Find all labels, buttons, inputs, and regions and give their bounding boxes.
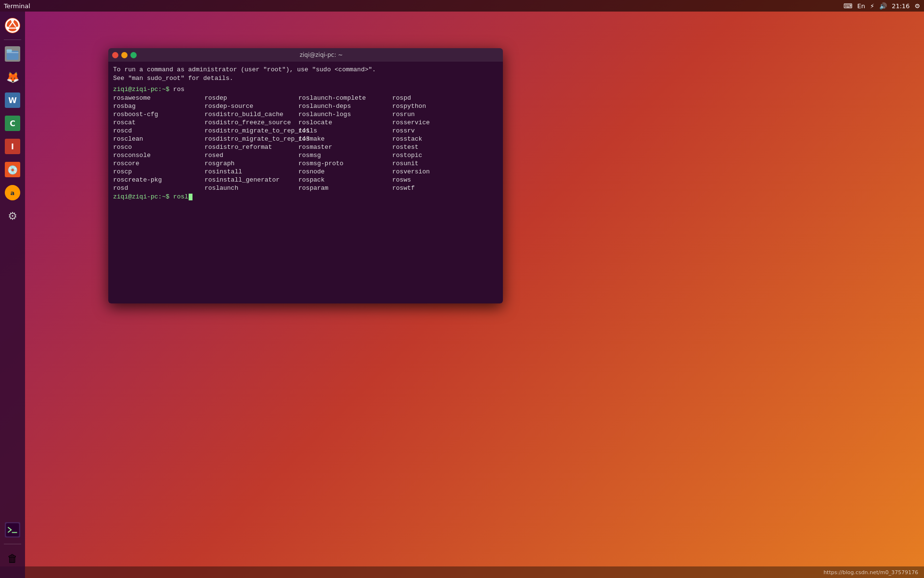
cmd-roscd: roscd	[113, 127, 205, 135]
cmd-rosinstall: rosinstall	[205, 168, 298, 176]
amazon-icon: a	[5, 185, 20, 200]
bottom-url: https://blog.csdn.net/m0_37579176	[823, 569, 918, 576]
cmd-rosmake: rosmake	[298, 135, 392, 143]
clock: 21:16	[892, 2, 910, 10]
sidebar-item-writer[interactable]: W	[2, 90, 23, 110]
cmd-rosdistro-freeze: rosdistro_freeze_source	[205, 118, 298, 127]
language-indicator[interactable]: En	[857, 2, 865, 10]
sidebar-divider-1	[4, 39, 21, 40]
writer-icon: W	[5, 92, 20, 108]
cmd-rosnode: rosnode	[298, 168, 392, 176]
taskbar-right: ⌨ En ⚡ 🔊 21:16 ⚙	[844, 2, 920, 10]
terminal-titlebar: ziqi@ziqi-pc: ~	[108, 48, 503, 62]
cmd-rostopic: rostopic	[392, 151, 484, 159]
impress-icon: I	[5, 139, 20, 154]
cmd-rosversion: rosversion	[392, 168, 484, 176]
cmd-rosdistro-143: rosdistro_migrate_to_rep_143	[205, 135, 298, 143]
prompt1-text: ziqi@ziqi-pc:~$	[113, 86, 169, 93]
terminal-body[interactable]: To run a command as administrator (user …	[108, 62, 503, 303]
bottom-bar: https://blog.csdn.net/m0_37579176	[0, 566, 924, 578]
cmd-rosconsole: rosconsole	[113, 151, 205, 159]
taskbar-top: Terminal ⌨ En ⚡ 🔊 21:16 ⚙	[0, 0, 924, 12]
cmd-rossrv: rossrv	[392, 127, 484, 135]
svg-rect-9	[6, 523, 19, 536]
command-output: rosawesome rosdep roslaunch-complete ros…	[113, 94, 498, 192]
keyboard-icon[interactable]: ⌨	[844, 2, 853, 10]
cmd-rosmaster: rosmaster	[298, 143, 392, 151]
close-button[interactable]	[112, 52, 118, 58]
cmd-roswtf: roswtf	[392, 184, 484, 192]
sudo-notice: To run a command as administrator (user …	[113, 66, 498, 83]
cmd-rosrun: rosrun	[392, 110, 484, 118]
terminal-icon	[5, 522, 20, 538]
terminal-window: ziqi@ziqi-pc: ~ To run a command as admi…	[108, 48, 503, 303]
cmd-rosstack: rosstack	[392, 135, 484, 143]
svg-point-1	[11, 19, 14, 22]
cmd-rosls: rosls	[298, 127, 392, 135]
sidebar-item-settings[interactable]: ⚙	[2, 206, 23, 226]
cmd-roslaunch-deps: roslaunch-deps	[298, 102, 392, 110]
terminal-title: ziqi@ziqi-pc: ~	[143, 52, 499, 58]
taskbar-left: Terminal	[4, 2, 30, 10]
cmd-rosmsg-proto: rosmsg-proto	[298, 159, 392, 168]
bluetooth-icon[interactable]: ⚡	[870, 2, 874, 10]
cmd-rosco: rosco	[113, 143, 205, 151]
maximize-button[interactable]	[130, 52, 137, 58]
cmd-rosunit: rosunit	[392, 159, 484, 168]
sidebar-divider-2	[4, 544, 21, 544]
volume-icon[interactable]: 🔊	[879, 2, 887, 10]
sidebar-item-terminal[interactable]	[2, 520, 23, 540]
sidebar-item-trash[interactable]: 🗑	[2, 548, 23, 568]
sidebar-item-ubuntu[interactable]	[2, 15, 23, 36]
cmd-roscreate-pkg: roscreate-pkg	[113, 176, 205, 184]
files-icon	[5, 46, 20, 62]
cmd-roslaunch-logs: roslaunch-logs	[298, 110, 392, 118]
cmd-roscp: roscp	[113, 168, 205, 176]
svg-rect-7	[7, 51, 19, 60]
sidebar-item-amazon[interactable]: a	[2, 183, 23, 203]
svg-point-3	[6, 26, 9, 29]
svg-point-2	[16, 26, 19, 29]
sidebar-item-files[interactable]	[2, 44, 23, 64]
cmd-roslocate: roslocate	[298, 118, 392, 127]
cmd-rosawesome: rosawesome	[113, 94, 205, 102]
cmd-roscore: roscore	[113, 159, 205, 168]
cmd-roscat: roscat	[113, 118, 205, 127]
minimize-button[interactable]	[121, 52, 128, 58]
sidebar-item-startup[interactable]: 💿	[2, 159, 23, 180]
cmd-rosws: rosws	[392, 176, 484, 184]
cmd-rospd: rospd	[392, 94, 484, 102]
cmd2-text: rosl	[169, 193, 188, 200]
cmd-rostest: rostest	[392, 143, 484, 151]
cmd-rosdep: rosdep	[205, 94, 298, 102]
sidebar-item-impress[interactable]: I	[2, 136, 23, 157]
sidebar-item-calc[interactable]: C	[2, 113, 23, 133]
cmd-rosgraph: rosgraph	[205, 159, 298, 168]
taskbar-app-title: Terminal	[4, 2, 30, 10]
settings-icon: ⚙	[8, 210, 17, 222]
cmd-rosmsg: rosmsg	[298, 151, 392, 159]
sidebar-bottom: 🗑	[2, 520, 23, 568]
svg-rect-8	[7, 49, 12, 52]
cmd-rosinstall-gen: rosinstall_generator	[205, 176, 298, 184]
prompt2-text: ziqi@ziqi-pc:~$	[113, 193, 169, 200]
firefox-icon: 🦊	[6, 71, 19, 83]
cmd-rosed: rosed	[205, 151, 298, 159]
sudo-line2: See "man sudo_root" for details.	[113, 75, 233, 82]
startup-icon: 💿	[5, 162, 20, 177]
system-settings-icon[interactable]: ⚙	[914, 2, 920, 10]
cmd-rosbag: rosbag	[113, 102, 205, 110]
cmd-rosdep-source: rosdep-source	[205, 102, 298, 110]
cmd-rosservice: rosservice	[392, 118, 484, 127]
current-prompt-line: ziqi@ziqi-pc:~$ rosl	[113, 193, 498, 200]
cmd-rosdistro-141: rosdistro_migrate_to_rep_141	[205, 127, 298, 135]
cmd-rospython: rospython	[392, 102, 484, 110]
cmd-rosdistro-reformat: rosdistro_reformat	[205, 143, 298, 151]
cmd-roslaunch-complete: roslaunch-complete	[298, 94, 392, 102]
cmd-roslaunch: roslaunch	[205, 184, 298, 192]
cmd-rosparam: rosparam	[298, 184, 392, 192]
sidebar-item-firefox[interactable]: 🦊	[2, 67, 23, 87]
svg-line-5	[9, 22, 13, 27]
ubuntu-icon	[5, 18, 20, 33]
svg-line-4	[13, 22, 16, 27]
